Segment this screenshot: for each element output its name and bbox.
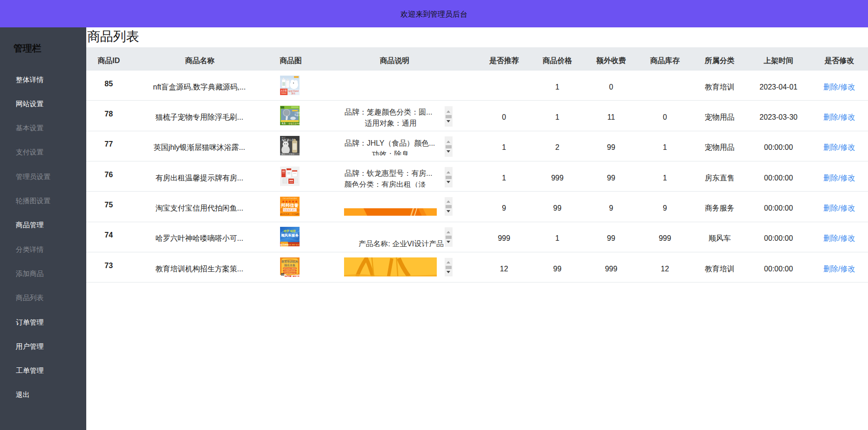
svg-text:特惠: 特惠 bbox=[281, 274, 284, 276]
svg-text:活动策划快速上手: 活动策划快速上手 bbox=[284, 272, 295, 274]
svg-text:哈罗 哈喽: 哈罗 哈喽 bbox=[284, 229, 296, 233]
svg-text:顺风 嘀嗒 哈喽: 顺风 嘀嗒 哈喽 bbox=[288, 244, 300, 246]
svg-text:500ml: 500ml bbox=[281, 92, 287, 94]
svg-text:6.3.: 6.3. bbox=[282, 122, 286, 125]
svg-text:顺风车服务: 顺风车服务 bbox=[281, 233, 299, 237]
svg-text:肤生: 肤生 bbox=[292, 92, 296, 95]
svg-text:毛超省: 毛超省 bbox=[294, 114, 300, 117]
svg-text:实名制重承诺,诚信,靠谱: 实名制重承诺,诚信,靠谱 bbox=[280, 209, 300, 211]
svg-text:千好万好不如信誉好: 千好万好不如信誉好 bbox=[282, 197, 297, 199]
svg-text:诚以信为本,一心为诚信: 诚以信为本,一心为诚信 bbox=[280, 212, 300, 215]
svg-text:教育培训机构: 教育培训机构 bbox=[281, 260, 298, 263]
svg-text:限时优惠 · 赠送干货: 限时优惠 · 赠送干货 bbox=[285, 275, 300, 277]
svg-text:全行业招生方案模板: 全行业招生方案模板 bbox=[284, 267, 296, 269]
svg-text:全场五折包邮: 全场五折包邮 bbox=[288, 122, 300, 125]
svg-text:高品——下单中: 高品——下单中 bbox=[281, 153, 294, 155]
svg-text:引流获客文案合集: 引流获客文案合集 bbox=[284, 270, 295, 271]
svg-text:招生全集: 招生全集 bbox=[284, 263, 295, 267]
svg-text:邦邦信誉: 邦邦信誉 bbox=[281, 203, 299, 208]
